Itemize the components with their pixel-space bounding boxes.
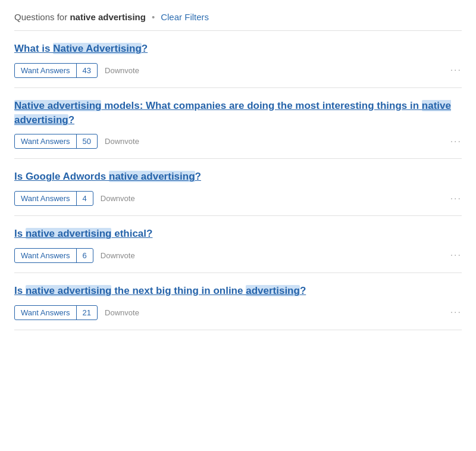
want-answers-button[interactable]: Want Answers6 bbox=[14, 248, 93, 263]
question-title[interactable]: Is native advertising the next big thing… bbox=[14, 284, 462, 298]
header-text: Questions for native advertising bbox=[14, 12, 146, 22]
page-header: Questions for native advertising • Clear… bbox=[14, 12, 462, 31]
more-options-button[interactable]: ··· bbox=[450, 137, 462, 146]
question-actions: Want Answers43Downvote··· bbox=[14, 63, 462, 78]
highlight-text: advertising bbox=[246, 285, 300, 296]
question-title[interactable]: What is Native Advertising? bbox=[14, 42, 462, 56]
want-answers-count: 50 bbox=[77, 134, 97, 148]
more-options-button[interactable]: ··· bbox=[450, 308, 462, 317]
question-item: Is Google Adwords native advertising?Wan… bbox=[14, 159, 462, 216]
question-actions: Want Answers21Downvote··· bbox=[14, 305, 462, 320]
highlight-text: Native advertising bbox=[14, 100, 101, 111]
want-answers-count: 21 bbox=[77, 306, 97, 320]
dot-separator: • bbox=[152, 12, 155, 22]
want-answers-label: Want Answers bbox=[15, 134, 77, 148]
actions-left: Want Answers21Downvote bbox=[14, 305, 139, 320]
question-actions: Want Answers4Downvote··· bbox=[14, 191, 462, 206]
highlight-text: native advertising bbox=[26, 285, 112, 296]
downvote-button[interactable]: Downvote bbox=[101, 251, 135, 260]
more-options-button[interactable]: ··· bbox=[450, 65, 462, 75]
downvote-button[interactable]: Downvote bbox=[101, 194, 135, 203]
highlight-text: native advertising bbox=[26, 228, 112, 239]
highlight-text: Native Advertising bbox=[53, 43, 142, 54]
want-answers-label: Want Answers bbox=[15, 306, 77, 320]
page-container: Questions for native advertising • Clear… bbox=[0, 0, 476, 342]
clear-filters-link[interactable]: Clear Filters bbox=[161, 12, 209, 22]
topic-text: native advertising bbox=[70, 12, 146, 22]
want-answers-count: 43 bbox=[77, 64, 97, 77]
question-title[interactable]: Is native advertising ethical? bbox=[14, 227, 462, 241]
question-actions: Want Answers6Downvote··· bbox=[14, 248, 462, 263]
question-title[interactable]: Native advertising models: What companie… bbox=[14, 99, 462, 127]
want-answers-button[interactable]: Want Answers21 bbox=[14, 305, 98, 320]
want-answers-label: Want Answers bbox=[15, 64, 77, 77]
want-answers-label: Want Answers bbox=[15, 249, 77, 262]
want-answers-button[interactable]: Want Answers50 bbox=[14, 134, 98, 149]
actions-left: Want Answers4Downvote bbox=[14, 191, 135, 206]
want-answers-count: 4 bbox=[77, 192, 93, 205]
question-list: What is Native Advertising?Want Answers4… bbox=[14, 31, 462, 330]
downvote-button[interactable]: Downvote bbox=[105, 137, 139, 146]
question-item: Native advertising models: What companie… bbox=[14, 88, 462, 159]
question-actions: Want Answers50Downvote··· bbox=[14, 134, 462, 149]
question-item: Is native advertising the next big thing… bbox=[14, 273, 462, 330]
want-answers-label: Want Answers bbox=[15, 192, 77, 205]
question-item: What is Native Advertising?Want Answers4… bbox=[14, 31, 462, 88]
question-title[interactable]: Is Google Adwords native advertising? bbox=[14, 170, 462, 184]
actions-left: Want Answers6Downvote bbox=[14, 248, 135, 263]
want-answers-count: 6 bbox=[77, 249, 93, 262]
question-item: Is native advertising ethical?Want Answe… bbox=[14, 216, 462, 273]
want-answers-button[interactable]: Want Answers4 bbox=[14, 191, 93, 206]
actions-left: Want Answers50Downvote bbox=[14, 134, 139, 149]
actions-left: Want Answers43Downvote bbox=[14, 63, 139, 78]
highlight-text: native advertising bbox=[109, 171, 195, 182]
more-options-button[interactable]: ··· bbox=[450, 250, 462, 260]
downvote-button[interactable]: Downvote bbox=[105, 66, 139, 75]
downvote-button[interactable]: Downvote bbox=[105, 308, 139, 317]
want-answers-button[interactable]: Want Answers43 bbox=[14, 63, 98, 78]
more-options-button[interactable]: ··· bbox=[450, 194, 462, 203]
